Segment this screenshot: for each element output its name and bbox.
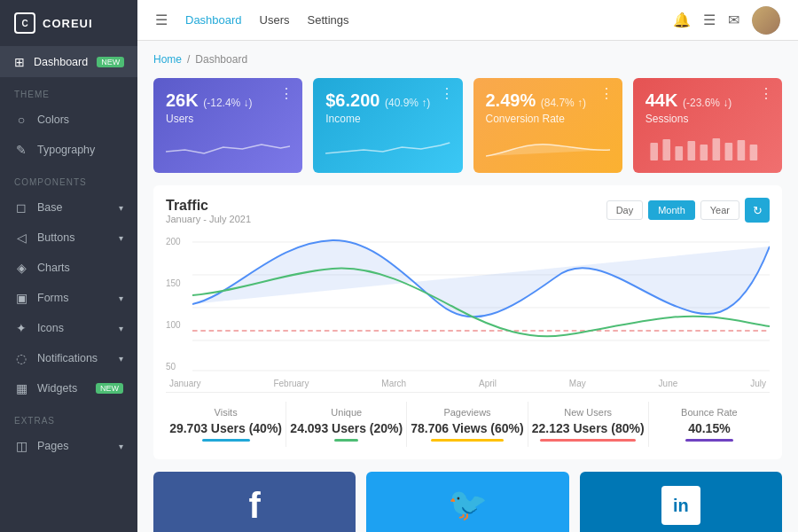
income-card-menu[interactable]: ⋮: [440, 85, 454, 102]
pages-label: Pages: [37, 440, 68, 452]
list-icon[interactable]: ☰: [703, 12, 716, 28]
traffic-section: Traffic January - July 2021 Day Month Ye…: [153, 185, 782, 459]
svg-rect-5: [712, 138, 720, 160]
forms-chevron-icon: ▾: [119, 293, 123, 303]
breadcrumb-home[interactable]: Home: [153, 53, 182, 66]
stat-unique: Unique 24.093 Users (20%): [286, 402, 407, 447]
avatar[interactable]: [752, 6, 780, 35]
colors-icon: ○: [14, 113, 28, 127]
nav-link-settings[interactable]: Settings: [308, 13, 349, 27]
sidebar-item-buttons[interactable]: ◁ Buttons ▾: [0, 223, 137, 253]
income-label: Income: [325, 113, 450, 125]
bell-icon[interactable]: 🔔: [673, 12, 691, 28]
income-value: $6.200 (40.9% ↑): [325, 90, 450, 111]
content-area: Home / Dashboard ⋮ 26K (-12.4% ↓) Users …: [137, 41, 798, 532]
new-users-label: New Users: [528, 407, 648, 418]
sidebar-logo: C COREUI: [0, 0, 137, 47]
users-label: Users: [166, 113, 290, 125]
unique-value: 24.093 Users (20%): [286, 421, 406, 435]
traffic-title: Traffic: [166, 198, 251, 214]
bounce-label: Bounce Rate: [649, 407, 770, 418]
sessions-value: 44K (-23.6% ↓): [645, 90, 770, 111]
bounce-bar: [685, 439, 733, 442]
buttons-label: Buttons: [37, 231, 74, 244]
sidebar-item-pages[interactable]: ◫ Pages ▾: [0, 431, 137, 461]
sidebar-item-colors[interactable]: ○ Colors: [0, 105, 137, 135]
traffic-title-block: Traffic January - July 2021: [166, 198, 251, 224]
main-content: ☰ Dashboard Users Settings 🔔 ☰ ✉ Home / …: [137, 0, 798, 532]
typography-icon: ✎: [14, 143, 28, 157]
icons-label: Icons: [37, 322, 64, 334]
refresh-button[interactable]: ↻: [745, 198, 770, 223]
unique-label: Unique: [286, 407, 406, 418]
nav-link-users[interactable]: Users: [260, 13, 290, 27]
theme-section-title: THEME: [0, 77, 137, 105]
stat-card-sessions: ⋮ 44K (-23.6% ↓) Sessions: [633, 78, 782, 173]
avatar-image: [752, 6, 780, 35]
visits-value: 29.703 Users (40%): [166, 421, 286, 435]
traffic-header: Traffic January - July 2021 Day Month Ye…: [166, 198, 770, 224]
y-label-100: 100: [166, 320, 181, 330]
chart-x-labels: January February March April May June Ju…: [166, 379, 770, 388]
label-apr: April: [479, 379, 497, 388]
sidebar-item-notifications[interactable]: ◌ Notifications ▾: [0, 343, 137, 373]
hamburger-icon[interactable]: ☰: [155, 12, 168, 28]
sessions-mini-chart: [645, 134, 770, 160]
widgets-label: Widgets: [37, 382, 77, 395]
base-chevron-icon: ▾: [119, 203, 123, 213]
sessions-card-menu[interactable]: ⋮: [759, 85, 773, 102]
sidebar-item-typography[interactable]: ✎ Typography: [0, 135, 137, 165]
y-label-200: 200: [166, 237, 181, 246]
stat-card-users: ⋮ 26K (-12.4% ↓) Users: [153, 78, 302, 173]
dashboard-icon: ⊞: [14, 55, 25, 69]
widgets-badge: NEW: [96, 383, 123, 394]
y-label-50: 50: [166, 362, 181, 372]
users-value: 26K (-12.4% ↓): [166, 90, 290, 111]
btn-month[interactable]: Month: [648, 200, 695, 220]
nav-link-dashboard[interactable]: Dashboard: [185, 13, 242, 27]
extras-section-title: EXTRAS: [0, 403, 137, 431]
nav-links: Dashboard Users Settings: [185, 13, 349, 27]
y-axis-labels: 200 150 100 50: [166, 233, 181, 375]
btn-day[interactable]: Day: [606, 200, 644, 220]
traffic-controls: Day Month Year ↻: [606, 198, 770, 223]
colors-label: Colors: [37, 113, 69, 126]
svg-rect-7: [737, 140, 745, 160]
pageviews-value: 78.706 Views (60%): [407, 421, 527, 435]
income-mini-chart: [325, 134, 450, 160]
typography-label: Typography: [37, 144, 95, 156]
mail-icon[interactable]: ✉: [728, 12, 739, 28]
conversion-label: Conversion Rate: [486, 113, 610, 125]
bounce-value: 40.15%: [649, 421, 770, 435]
charts-label: Charts: [37, 262, 70, 274]
svg-rect-2: [675, 146, 683, 160]
stat-new-users: New Users 22.123 Users (80%): [528, 402, 649, 447]
y-label-150: 150: [166, 278, 181, 288]
widgets-icon: ▦: [14, 381, 28, 395]
conversion-card-menu[interactable]: ⋮: [599, 85, 614, 102]
base-label: Base: [37, 201, 63, 214]
components-section-title: COMPONENTS: [0, 165, 137, 192]
pages-icon: ◫: [14, 439, 28, 453]
visits-label: Visits: [166, 407, 286, 418]
users-card-menu[interactable]: ⋮: [279, 85, 293, 102]
notifications-label: Notifications: [37, 352, 98, 364]
svg-rect-8: [749, 145, 757, 160]
dashboard-label: Dashboard: [34, 56, 88, 68]
sidebar-item-dashboard[interactable]: ⊞ Dashboard NEW: [0, 47, 137, 77]
dashboard-badge: NEW: [97, 57, 124, 67]
social-cards: f 89k 459 🐦 973k 1.792: [153, 472, 782, 532]
logo-text: COREUI: [43, 17, 93, 30]
facebook-icon: f: [249, 486, 261, 526]
sidebar-item-base[interactable]: ◻ Base ▾: [0, 192, 137, 223]
sidebar-item-widgets[interactable]: ▦ Widgets NEW: [0, 373, 137, 403]
conversion-mini-chart: [486, 134, 610, 160]
btn-year[interactable]: Year: [700, 200, 739, 220]
stat-visits: Visits 29.703 Users (40%): [166, 402, 286, 447]
sidebar-item-icons[interactable]: ✦ Icons ▾: [0, 313, 137, 343]
sidebar-item-charts[interactable]: ◈ Charts: [0, 253, 137, 283]
label-mar: March: [381, 379, 406, 388]
breadcrumb: Home / Dashboard: [153, 53, 782, 66]
stat-bounce: Bounce Rate 40.15%: [649, 402, 770, 447]
sidebar-item-forms[interactable]: ▣ Forms ▾: [0, 283, 137, 313]
